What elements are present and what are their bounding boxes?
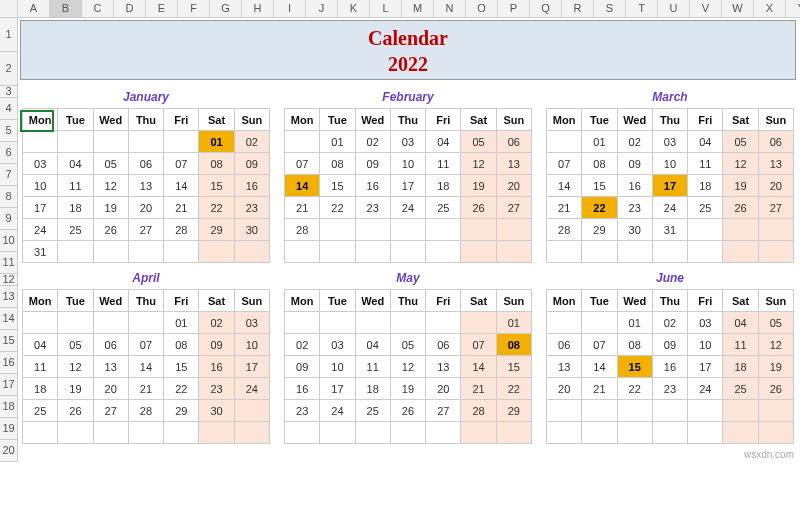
row-header-11[interactable]: 11 [0, 252, 17, 274]
day-cell[interactable] [234, 400, 269, 422]
day-cell[interactable]: 12 [723, 153, 758, 175]
day-cell[interactable]: 04 [355, 334, 390, 356]
day-cell[interactable] [23, 422, 58, 444]
day-cell[interactable]: 08 [164, 334, 199, 356]
day-cell[interactable] [320, 219, 355, 241]
day-cell[interactable] [93, 131, 128, 153]
day-cell[interactable]: 17 [23, 197, 58, 219]
day-cell[interactable]: 05 [390, 334, 425, 356]
day-cell[interactable] [461, 219, 496, 241]
day-cell[interactable]: 08 [199, 153, 234, 175]
row-header-7[interactable]: 7 [0, 164, 17, 186]
day-cell[interactable]: 10 [320, 356, 355, 378]
day-cell[interactable]: 01 [199, 131, 234, 153]
day-cell[interactable] [426, 219, 461, 241]
day-cell[interactable]: 11 [355, 356, 390, 378]
day-cell[interactable] [547, 131, 582, 153]
day-cell[interactable] [234, 422, 269, 444]
day-cell[interactable]: 12 [58, 356, 93, 378]
day-cell[interactable]: 16 [199, 356, 234, 378]
day-cell[interactable]: 26 [461, 197, 496, 219]
col-header-T[interactable]: T [626, 0, 658, 17]
day-cell[interactable]: 08 [617, 334, 652, 356]
col-header-V[interactable]: V [690, 0, 722, 17]
day-cell[interactable]: 05 [58, 334, 93, 356]
day-cell[interactable]: 11 [58, 175, 93, 197]
day-cell[interactable]: 29 [164, 400, 199, 422]
day-cell[interactable]: 04 [23, 334, 58, 356]
day-cell[interactable]: 22 [496, 378, 531, 400]
day-cell[interactable]: 14 [164, 175, 199, 197]
row-header-19[interactable]: 19 [0, 418, 17, 440]
day-cell[interactable] [496, 422, 531, 444]
day-cell[interactable]: 25 [426, 197, 461, 219]
day-cell[interactable] [461, 422, 496, 444]
col-header-D[interactable]: D [114, 0, 146, 17]
day-cell[interactable]: 17 [688, 356, 723, 378]
day-cell[interactable]: 27 [128, 219, 163, 241]
day-cell[interactable] [285, 131, 320, 153]
day-cell[interactable]: 03 [234, 312, 269, 334]
day-cell[interactable]: 10 [23, 175, 58, 197]
day-cell[interactable]: 27 [93, 400, 128, 422]
day-cell[interactable] [355, 219, 390, 241]
row-header-18[interactable]: 18 [0, 396, 17, 418]
day-cell[interactable]: 21 [547, 197, 582, 219]
day-cell[interactable] [582, 241, 617, 263]
day-cell[interactable]: 10 [234, 334, 269, 356]
col-header-I[interactable]: I [274, 0, 306, 17]
day-cell[interactable]: 15 [617, 356, 652, 378]
day-cell[interactable]: 18 [688, 175, 723, 197]
day-cell[interactable] [390, 241, 425, 263]
day-cell[interactable]: 21 [128, 378, 163, 400]
day-cell[interactable]: 10 [688, 334, 723, 356]
day-cell[interactable] [496, 219, 531, 241]
day-cell[interactable]: 24 [23, 219, 58, 241]
day-cell[interactable]: 25 [723, 378, 758, 400]
day-cell[interactable] [320, 241, 355, 263]
day-cell[interactable]: 22 [320, 197, 355, 219]
day-cell[interactable]: 29 [199, 219, 234, 241]
day-cell[interactable]: 05 [758, 312, 793, 334]
col-header-Y[interactable]: Y [786, 0, 800, 17]
day-cell[interactable]: 28 [547, 219, 582, 241]
day-cell[interactable] [688, 241, 723, 263]
day-cell[interactable]: 17 [234, 356, 269, 378]
day-cell[interactable]: 26 [723, 197, 758, 219]
day-cell[interactable]: 08 [320, 153, 355, 175]
day-cell[interactable]: 01 [164, 312, 199, 334]
col-header-O[interactable]: O [466, 0, 498, 17]
day-cell[interactable]: 21 [164, 197, 199, 219]
day-cell[interactable]: 07 [547, 153, 582, 175]
day-cell[interactable] [652, 422, 687, 444]
day-cell[interactable]: 20 [128, 197, 163, 219]
day-cell[interactable]: 13 [758, 153, 793, 175]
day-cell[interactable]: 27 [758, 197, 793, 219]
day-cell[interactable]: 22 [164, 378, 199, 400]
day-cell[interactable] [128, 131, 163, 153]
day-cell[interactable] [758, 219, 793, 241]
day-cell[interactable]: 30 [234, 219, 269, 241]
day-cell[interactable] [58, 312, 93, 334]
day-cell[interactable]: 09 [234, 153, 269, 175]
day-cell[interactable] [652, 241, 687, 263]
day-cell[interactable]: 25 [58, 219, 93, 241]
day-cell[interactable]: 23 [234, 197, 269, 219]
day-cell[interactable] [23, 312, 58, 334]
day-cell[interactable]: 31 [652, 219, 687, 241]
day-cell[interactable]: 18 [723, 356, 758, 378]
day-cell[interactable]: 13 [496, 153, 531, 175]
day-cell[interactable]: 26 [93, 219, 128, 241]
day-cell[interactable]: 17 [390, 175, 425, 197]
day-cell[interactable]: 10 [652, 153, 687, 175]
day-cell[interactable] [285, 241, 320, 263]
day-cell[interactable] [164, 241, 199, 263]
day-cell[interactable]: 24 [234, 378, 269, 400]
day-cell[interactable]: 22 [199, 197, 234, 219]
day-cell[interactable]: 27 [496, 197, 531, 219]
row-header-8[interactable]: 8 [0, 186, 17, 208]
day-cell[interactable]: 20 [496, 175, 531, 197]
day-cell[interactable]: 05 [93, 153, 128, 175]
day-cell[interactable]: 15 [199, 175, 234, 197]
day-cell[interactable]: 18 [23, 378, 58, 400]
